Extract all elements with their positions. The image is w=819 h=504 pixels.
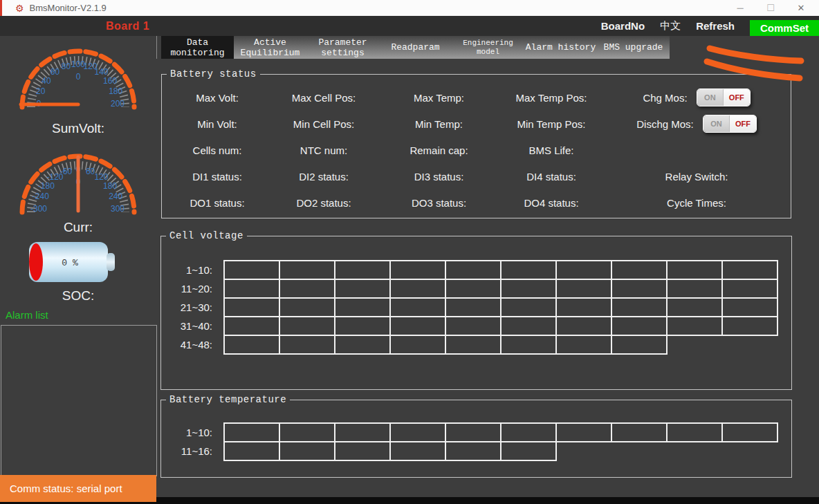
status-field: Max Cell Pos:	[266, 84, 382, 111]
commset-button[interactable]: CommSet	[750, 20, 819, 36]
status-field: DI3 status:	[382, 163, 496, 189]
toggle-off-segment[interactable]: OFF	[724, 89, 750, 106]
tab-parameter-settings[interactable]: Parametersettings	[306, 36, 379, 59]
svg-text:0: 0	[76, 72, 81, 82]
value-cell	[279, 260, 335, 280]
value-cell	[445, 422, 501, 442]
svg-text:180: 180	[109, 86, 122, 96]
status-field: Max Temp Pos:	[496, 84, 607, 111]
value-cell	[721, 422, 778, 442]
value-cell	[666, 422, 723, 442]
refresh-button[interactable]: Refresh	[696, 20, 735, 32]
row-label: 41~48:	[171, 339, 212, 351]
curr-label: Curr:	[0, 220, 156, 235]
value-cell	[279, 297, 335, 317]
row-label: 11~20:	[171, 283, 212, 295]
status-field: Dischg Mos:ONOFF	[607, 111, 786, 137]
value-cell	[389, 260, 446, 280]
soc-battery-icon: 0 %	[26, 241, 118, 285]
row-label: 1~10:	[171, 427, 212, 438]
status-field: Chg Mos:ONOFF	[607, 84, 786, 111]
value-cell	[223, 260, 280, 280]
toggle-on-segment[interactable]: ON	[703, 115, 730, 132]
field-label: DO2 status:	[296, 197, 351, 209]
battery-temperature-group: Battery temperature 1~10:11~16:	[160, 400, 792, 478]
board-label: Board 1	[106, 20, 149, 32]
svg-text:60: 60	[50, 67, 60, 77]
soc-level-fill	[29, 243, 43, 281]
comm-status-bar: Comm status: serial port	[0, 475, 156, 502]
value-cell	[389, 441, 446, 461]
value-cell	[334, 335, 391, 355]
status-field: BMS Life:	[496, 137, 607, 163]
value-cell	[223, 297, 280, 317]
value-cell	[445, 441, 501, 461]
status-field: DO2 status:	[266, 189, 382, 216]
status-field: DI2 status:	[266, 163, 382, 189]
sidebar-separator	[156, 36, 157, 59]
tab-active-equilibrium[interactable]: ActiveEquilibrium	[234, 36, 306, 59]
battery-status-legend: Battery status	[167, 68, 260, 80]
value-cell	[389, 335, 446, 355]
value-cell	[334, 297, 391, 317]
orange-annotation-marks	[697, 40, 815, 83]
value-cell	[334, 422, 391, 442]
status-field: DO4 status:	[496, 189, 607, 216]
toggle-off-segment[interactable]: OFF	[730, 115, 756, 132]
value-cell	[555, 279, 612, 299]
field-label: Cycle Times:	[667, 197, 726, 209]
alarm-list[interactable]	[1, 325, 157, 476]
soc-label: SOC:	[0, 288, 156, 304]
value-cell	[666, 316, 723, 336]
tab-data-monitoring[interactable]: Datamonitoring	[161, 36, 234, 59]
mos-toggle[interactable]: ONOFF	[697, 88, 751, 106]
value-cell	[223, 279, 280, 299]
comm-status-text: Comm status: serial port	[10, 483, 122, 494]
status-field: NTC num:	[266, 137, 382, 163]
value-cell	[334, 441, 391, 461]
value-cell	[500, 335, 557, 355]
svg-text:80: 80	[62, 62, 71, 71]
cell-voltage-group: Cell voltage 1~10:11~20:21~30:31~40:41~4…	[160, 236, 792, 390]
svg-text:20: 20	[36, 86, 46, 96]
mos-toggle[interactable]: ONOFF	[703, 115, 757, 133]
value-cell	[555, 316, 612, 336]
close-button[interactable]: ✕	[786, 3, 816, 13]
field-label: Relay Switch:	[665, 171, 728, 183]
value-cell	[555, 422, 612, 442]
value-cell	[555, 297, 612, 317]
field-label: Max Temp:	[414, 92, 464, 104]
svg-text:40: 40	[42, 76, 51, 86]
value-cell	[500, 316, 557, 336]
battery-temperature-grid: 1~10:11~16:	[171, 422, 778, 461]
boardno-button[interactable]: BoardNo	[601, 20, 645, 32]
value-cell	[389, 316, 446, 336]
toggle-on-segment[interactable]: ON	[697, 89, 724, 106]
maximize-button[interactable]: ☐	[755, 3, 786, 13]
tab-readparam[interactable]: Readparam	[379, 36, 452, 59]
status-field: Min Volt:	[169, 111, 266, 137]
status-field: DO1 status:	[169, 189, 266, 216]
field-label: Cells num:	[193, 144, 242, 156]
tab-engineering-model[interactable]: Engineeringmodel	[452, 36, 524, 59]
status-field: Min Cell Pos:	[266, 111, 382, 137]
value-cell	[279, 441, 335, 461]
soc-value: 0 %	[62, 258, 78, 268]
language-button[interactable]: 中文	[660, 19, 681, 32]
field-label: Min Cell Pos:	[293, 118, 354, 130]
minimize-button[interactable]: ─	[725, 3, 755, 13]
titlebar: ⚙ BmsMonitor-V2.1.9 ─ ☐ ✕	[0, 0, 819, 16]
status-field: Remain cap:	[382, 137, 496, 163]
status-field: Max Temp:	[382, 84, 496, 111]
value-cell	[445, 260, 501, 280]
field-label: DO1 status:	[190, 197, 244, 209]
status-field	[607, 137, 786, 163]
app-gear-icon: ⚙	[15, 3, 24, 13]
tab-alarm-history[interactable]: Alarm history	[524, 36, 597, 59]
tab-bms-upgrade[interactable]: BMS upgrade	[597, 36, 670, 59]
field-label: BMS Life:	[528, 144, 573, 156]
value-cell	[721, 297, 778, 317]
window-title: BmsMonitor-V2.1.9	[30, 3, 107, 13]
value-cell	[445, 316, 501, 336]
curr-gauge: -300-240-180-120-600601201802403000	[12, 147, 144, 219]
